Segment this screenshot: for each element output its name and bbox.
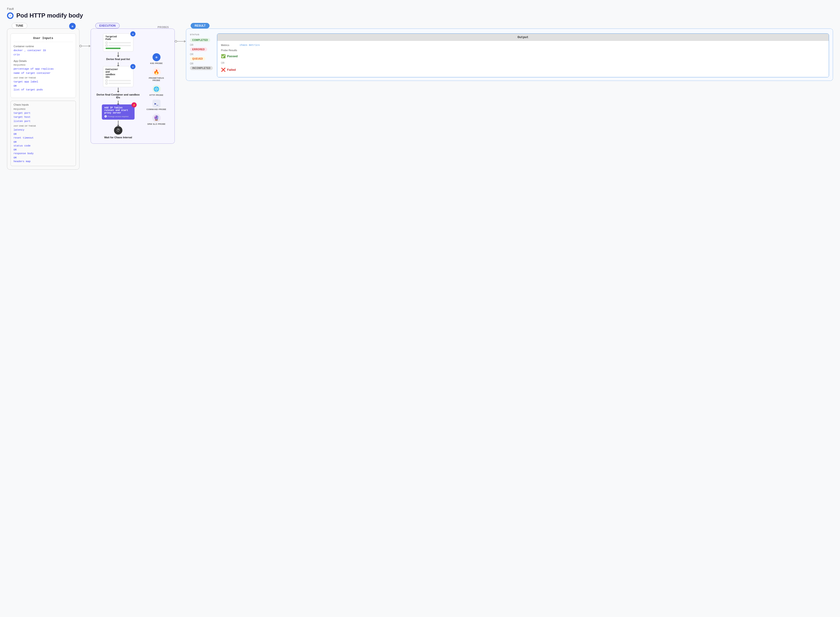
flow-node-pods: ⎈ TargetedPods xyxy=(96,33,141,62)
arrow-down-1 xyxy=(118,52,118,56)
probe-prometheus: 🔥 PROMETHEUS PROBE xyxy=(145,68,168,81)
k8s-probe-icon: ⎈ xyxy=(152,53,161,62)
tune-badge: TUNE xyxy=(12,23,27,28)
status-or-2: OR xyxy=(190,53,213,56)
app-required-label: REQUIRED xyxy=(13,64,73,66)
pods-card: ⎈ TargetedPods xyxy=(103,33,133,52)
command-probe-label: COMMAND PROBE xyxy=(146,108,166,111)
status-or-1: OR xyxy=(190,44,213,46)
tune-execution-arrow xyxy=(80,26,91,47)
output-body: Metrics chaos metrics Probe Results ✅ Pa… xyxy=(217,41,829,77)
passed-label: Passed xyxy=(227,55,238,58)
wait-label: Wait for Chaos Interval xyxy=(104,136,132,139)
privilege-icon: ℹ xyxy=(105,115,107,118)
execution-result-arrow xyxy=(175,26,186,43)
probe-http: 🌐 HTTP PROBE xyxy=(145,85,168,96)
chaos-req-2: target host xyxy=(13,115,73,120)
privilege-badge: ℹ Privilege access required xyxy=(105,115,132,118)
chaos-or-3: OR xyxy=(13,148,73,151)
probes-label: PROBES xyxy=(157,26,170,28)
failed-icon: ❌ xyxy=(221,68,225,72)
output-card: Output Metrics chaos metrics Probe Resul… xyxy=(217,33,829,77)
user-inputs-title: User Inputs xyxy=(13,37,73,42)
chaos-opt-1: latency xyxy=(13,128,73,132)
passed-icon: ✅ xyxy=(221,54,225,58)
command-probe-icon: ▶_ xyxy=(153,99,161,108)
derive-containers-label: Derive final Container and sandbox IDs xyxy=(96,93,141,99)
app-details-section: App Details REQUIRED percentage of app r… xyxy=(13,60,73,92)
chaos-or-1: OR xyxy=(13,133,73,136)
tune-box: ⎈ User Inputs Container runtime docker ,… xyxy=(7,28,80,170)
diagram: TUNE ⎈ User Inputs Container runtime doc… xyxy=(7,26,833,170)
svg-text:⎈: ⎈ xyxy=(10,14,11,17)
result-status-col: STATUS COMPLETED OR ERRORED OR QUEUED OR… xyxy=(190,33,213,77)
containers-checkbox-2 xyxy=(106,82,131,84)
app-optional-1: target app label xyxy=(13,80,73,84)
probe-command: ▶_ COMMAND PROBE xyxy=(145,99,168,111)
output-title: Output xyxy=(217,34,829,41)
failed-label: Failed xyxy=(227,68,236,71)
wait-icon: ⏱ xyxy=(114,126,122,134)
status-or-3: OR xyxy=(190,62,213,65)
containers-card-title: ContainerandsandboxIDs xyxy=(106,68,131,78)
containers-checkbox-1 xyxy=(106,80,131,82)
status-completed: COMPLETED xyxy=(190,38,210,42)
probe-failed: ❌ Failed xyxy=(221,68,236,72)
prometheus-probe-label: PROMETHEUS PROBE xyxy=(145,77,168,81)
chaos-or-4: OR xyxy=(13,156,73,159)
result-badge: RESULT xyxy=(191,23,209,28)
execution-flow: ⎈ TargetedPods xyxy=(96,33,141,140)
flow-node-wait: ⏱ Wait for Chaos Interval xyxy=(96,126,141,140)
app-item-2: name of target container xyxy=(13,71,73,75)
result-box: STATUS COMPLETED OR ERRORED OR QUEUED OR… xyxy=(186,28,833,81)
iptables-card-title: Add IP Tables ruleset and start proxy se… xyxy=(105,106,132,114)
kubernetes-icon: ⎈ xyxy=(7,12,13,19)
user-inputs-card: User Inputs Container runtime docker , c… xyxy=(10,33,76,98)
iptables-card: ⚡ Add IP Tables ruleset and start proxy … xyxy=(102,105,134,120)
probe-results-label: Probe Results xyxy=(221,49,237,52)
container-runtime-section: Container runtime docker , container ID … xyxy=(13,45,73,57)
metrics-value: chaos metrics xyxy=(240,44,260,46)
container-runtime-label: Container runtime xyxy=(13,45,73,48)
execution-badge: EXECUTION xyxy=(95,23,119,28)
container-runtime-value-1: docker , container ID xyxy=(13,49,73,53)
probe-results-row: Probe Results ✅ Passed OR ❌ Failed xyxy=(221,49,825,72)
chaos-opt-4: response body xyxy=(13,152,73,156)
chaos-req-3: listen port xyxy=(13,120,73,124)
page-title: Pod HTTP modify body xyxy=(16,12,83,19)
app-details-label: App Details xyxy=(13,60,73,62)
derive-pods-label: Derive final pod list xyxy=(106,58,130,61)
arrow-down-3 xyxy=(118,88,118,92)
fault-label: Fault xyxy=(7,7,833,10)
http-probe-icon: 🌐 xyxy=(152,85,161,93)
probe-k8s: ⎈ K8S PROBE xyxy=(145,53,168,65)
srm-probe-label: SRM SLO PROBE xyxy=(147,123,166,125)
status-label: STATUS xyxy=(190,33,213,36)
page-header: ⎈ Pod HTTP modify body xyxy=(7,12,833,19)
result-section: RESULT STATUS COMPLETED OR ERRORED OR QU… xyxy=(186,26,833,81)
flow-node-containers: ⎈ ContainerandsandboxIDs xyxy=(96,66,141,100)
chaos-or-2: OR xyxy=(13,141,73,143)
app-any-one-label: ANY ONE OF THESE xyxy=(13,77,73,79)
chaos-opt-2: reset timeout xyxy=(13,136,73,140)
status-errored: ERRORED xyxy=(190,47,207,52)
arrow-down-2 xyxy=(118,62,118,66)
http-probe-label: HTTP PROBE xyxy=(149,94,164,96)
tune-section: TUNE ⎈ User Inputs Container runtime doc… xyxy=(7,26,80,170)
k8s-probe-label: K8S PROBE xyxy=(150,62,163,65)
execution-section: EXECUTION PROBES ⎈ TargetedPods xyxy=(91,26,175,144)
metrics-label: Metrics xyxy=(221,44,237,46)
app-or-1: OR xyxy=(13,84,73,87)
probe-or: OR xyxy=(221,62,224,64)
arrow-down-4 xyxy=(118,101,118,104)
flow-node-iptables: ⚡ Add IP Tables ruleset and start proxy … xyxy=(96,105,141,120)
probes-section: ⎈ K8S PROBE 🔥 PROMETHEUS PROBE 🌐 HTTP PR… xyxy=(143,38,170,140)
status-queued: QUEUED xyxy=(190,57,205,61)
chaos-opt-3: status code xyxy=(13,144,73,148)
chaos-inputs-label: Chaos Inputs xyxy=(13,103,73,106)
container-runtime-value-2: crio xyxy=(13,53,73,57)
result-output-col: Output Metrics chaos metrics Probe Resul… xyxy=(217,33,829,77)
app-optional-2: list of target pods xyxy=(13,88,73,92)
metrics-row: Metrics chaos metrics xyxy=(221,44,825,46)
status-incompleted: INCOMPLETED xyxy=(190,66,213,70)
